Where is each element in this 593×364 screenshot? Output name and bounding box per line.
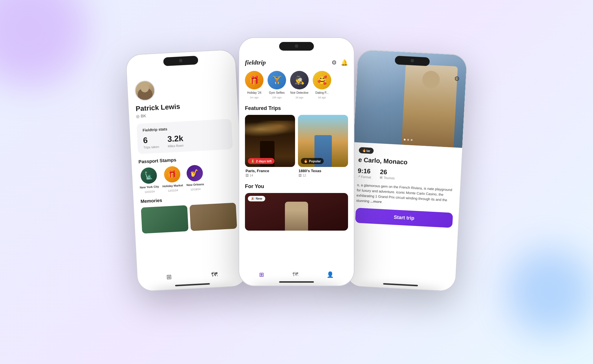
trip-paris-wrapper: ⏳ 2 days left Paris, France 🖼 14 — [245, 115, 295, 177]
story-gym-circle: 🏋️ — [268, 71, 286, 89]
memories-title: Memories — [140, 194, 235, 204]
story-dating-label: Dating P... — [315, 91, 328, 94]
story-dating-time: 4d ago — [318, 96, 326, 99]
user-name: Patrick Lewis — [136, 102, 180, 113]
center-tab-profile[interactable]: 👤 — [327, 271, 334, 278]
trips-grid: ⏳ 2 days left Paris, France 🖼 14 — [245, 115, 348, 177]
phone-right: ⚙ 🔥 lar e Carlo, Monaco — [345, 49, 468, 292]
tab-grid-icon[interactable]: ⊞ — [166, 273, 172, 281]
start-trip-button[interactable]: Start trip — [355, 208, 453, 228]
bg-glow-blue — [506, 248, 593, 335]
story-noir[interactable]: 🕵️ Noir Detective 3d ago — [290, 71, 309, 99]
stories-row: 🎁 Holiday '24 2m ago 🏋️ Gym Selfies 15h … — [245, 71, 348, 99]
hero-photo: ⚙ — [354, 50, 467, 148]
tourists-icon: 🏛 — [380, 176, 383, 179]
phones-container: Patrick Lewis ◎ BK Fieldtrip stats 6 Tri — [123, 23, 470, 341]
stamp-nola-circle: 🎷 — [186, 165, 203, 182]
memory-2 — [189, 203, 237, 231]
stamp-holiday: 🎁 Holiday Market 12/21/24 — [162, 166, 184, 193]
paris-name: Paris, France — [246, 169, 294, 173]
more-link[interactable]: ...more — [370, 199, 382, 204]
paris-badge: ⏳ 2 days left — [248, 158, 274, 164]
settings-icon-right[interactable]: ⚙ — [454, 75, 460, 83]
phone-center: fieldtrip ⚙ 🔔 🎁 Holiday '24 2m ago — [239, 37, 354, 286]
stamp-nyc: 🗽 New York City 12/22/24 — [139, 167, 159, 194]
memories-grid — [141, 203, 237, 234]
tab-map-icon[interactable]: 🗺 — [211, 271, 218, 279]
dot-1 — [404, 139, 405, 140]
center-phone-screen: fieldtrip ⚙ 🔔 🎁 Holiday '24 2m ago — [239, 38, 354, 286]
center-screen: fieldtrip ⚙ 🔔 🎁 Holiday '24 2m ago — [239, 55, 354, 231]
stamp-nola-name: New Orleans — [186, 183, 204, 187]
stats-title: Fieldtrip stats — [142, 124, 226, 133]
app-logo: fieldtrip — [245, 59, 266, 66]
for-you-person — [285, 202, 308, 231]
tourists-label: 🏛 Tourists — [380, 176, 395, 180]
time-stat: 9:16 ↗ Format — [357, 167, 371, 179]
center-tab-bar: ⊞ 🗺 👤 — [239, 269, 354, 280]
story-gym-label: Gym Selfies — [269, 91, 285, 94]
texas-badge: 🔥 Popular — [301, 158, 324, 164]
for-you-title: For You — [245, 183, 348, 190]
photo-icon-2: 🖼 — [299, 174, 302, 177]
stamp-nyc-circle: 🗽 — [140, 167, 157, 184]
for-you-section: For You 🎉 New — [245, 183, 348, 231]
format-icon: ↗ — [357, 174, 360, 178]
trip-card-texas[interactable]: 🔥 Popular — [298, 115, 348, 167]
story-holiday[interactable]: 🎁 Holiday '24 2m ago — [245, 71, 263, 99]
story-holiday-circle: 🎁 — [245, 71, 263, 89]
settings-icon[interactable]: ⚙ — [332, 59, 337, 66]
left-screen-content: Patrick Lewis ◎ BK Fieldtrip stats 6 Tri — [127, 67, 247, 291]
fire-icon-right: 🔥 — [362, 148, 367, 152]
center-tab-map[interactable]: 🗺 — [292, 271, 298, 278]
miles-value: 3.2k — [167, 134, 183, 144]
texas-photos: 🖼 12 — [299, 174, 347, 177]
avatar — [134, 80, 156, 101]
stats-card: Fieldtrip stats 6 Trips taken 3.2k Miles… — [136, 119, 233, 154]
timer-icon: ⏳ — [251, 159, 255, 163]
trip-card-paris[interactable]: ⏳ 2 days left — [245, 115, 295, 167]
profile-section: Patrick Lewis ◎ BK — [134, 73, 231, 119]
time-value: 9:16 — [358, 167, 371, 175]
center-tab-grid[interactable]: ⊞ — [259, 271, 264, 278]
story-noir-time: 3d ago — [295, 96, 303, 99]
bell-icon[interactable]: 🔔 — [341, 59, 348, 66]
tourists-stat: 26 🏛 Tourists — [380, 168, 395, 180]
story-gym-time: 15h ago — [272, 96, 282, 99]
story-noir-label: Noir Detective — [290, 91, 309, 94]
stamp-nola: 🎷 New Orleans 12/18/24 — [186, 165, 204, 191]
header-icons: ⚙ 🔔 — [332, 59, 348, 66]
new-badge: 🎉 New — [248, 196, 265, 201]
hero-person — [402, 64, 458, 147]
texas-name: 1880's Texas — [299, 169, 347, 173]
stamp-nyc-date: 12/22/24 — [144, 190, 155, 194]
stamps-title: Passport Stamps — [138, 154, 233, 164]
memory-1 — [141, 205, 188, 234]
story-dating[interactable]: 🥰 Dating P... 4d ago — [313, 71, 331, 99]
trips-value: 6 — [143, 135, 159, 145]
stamp-holiday-date: 12/21/24 — [168, 189, 178, 192]
left-screen: Patrick Lewis ◎ BK Fieldtrip stats 6 Tri — [127, 67, 244, 234]
left-phone-screen: Patrick Lewis ◎ BK Fieldtrip stats 6 Tri — [126, 50, 247, 291]
right-screen: ⚙ 🔥 lar e Carlo, Monaco — [346, 50, 467, 291]
story-gym[interactable]: 🏋️ Gym Selfies 15h ago — [268, 71, 286, 99]
story-holiday-label: Holiday '24 — [247, 91, 261, 94]
miles-stat: 3.2k Miles flown — [167, 134, 184, 148]
trip-detail: 🔥 lar e Carlo, Monaco 9:16 ↗ Format — [349, 142, 462, 233]
hero-head — [422, 70, 440, 89]
dot-3 — [411, 139, 412, 141]
right-trip-stats-row: 9:16 ↗ Format 26 🏛 Tourists — [357, 167, 455, 183]
stamp-nyc-name: New York City — [140, 185, 159, 189]
featured-title: Featured Trips — [245, 105, 348, 111]
for-you-card[interactable]: 🎉 New — [245, 193, 348, 231]
fire-icon: 🔥 — [304, 159, 308, 163]
story-noir-circle: 🕵️ — [290, 71, 309, 89]
location-icon: ◎ — [136, 114, 140, 119]
stamp-holiday-name: Holiday Market — [162, 184, 183, 188]
user-location: ◎ BK — [136, 113, 146, 119]
story-dating-circle: 🥰 — [313, 71, 331, 89]
featured-section: Featured Trips ⏳ — [245, 105, 348, 177]
stamp-holiday-circle: 🎁 — [164, 166, 181, 183]
tourists-value: 26 — [380, 168, 395, 177]
photo-icon: 🖼 — [246, 174, 249, 177]
